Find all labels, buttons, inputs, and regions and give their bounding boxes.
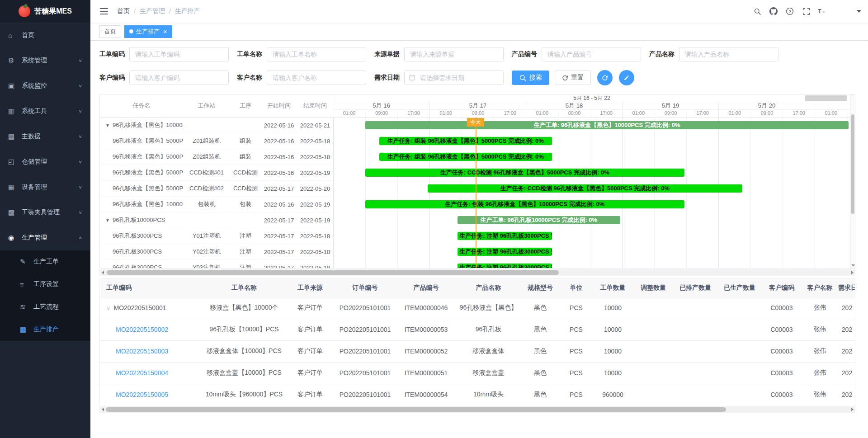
gantt-task-row[interactable]: ▼96孔孔板10000PCS2022-05-172022-05-19 bbox=[100, 212, 333, 228]
reset-button[interactable]: 重置 bbox=[555, 71, 591, 85]
font-size-icon[interactable]: TT bbox=[814, 0, 830, 23]
gantt-task-name: 96孔孔板3000PCS bbox=[113, 264, 162, 268]
table-row[interactable]: ∨MO202205150001移液盒【黑色】10000个客户订单PO202205… bbox=[100, 297, 855, 319]
breadcrumb-item[interactable]: 生产管理 bbox=[140, 7, 165, 15]
gantt-task-bar[interactable]: 生产任务: 注塑 96孔孔板3000PCS 完成比例: 0% bbox=[458, 264, 552, 268]
table-cell bbox=[673, 384, 717, 405]
table-cell: 96孔孔板 bbox=[457, 319, 520, 340]
gantt-task-row[interactable]: 96孔孔板3000PCSY01注塑机注塑2022-05-172022-05-18 bbox=[100, 228, 333, 244]
tab-home[interactable]: 首页 bbox=[99, 25, 121, 38]
sidebar-item-scheduling[interactable]: ▦生产排产 bbox=[0, 318, 90, 341]
sidebar-item-system-admin[interactable]: ⚙系统管理∨ bbox=[0, 48, 90, 73]
sidebar-item-system-monitor[interactable]: ▣系统监控∨ bbox=[0, 73, 90, 99]
gantt-task-row[interactable]: 96孔移液盒【黑色】5000PCSZ02组装机组装2022-05-162022-… bbox=[100, 149, 333, 165]
table-cell: 张伟 bbox=[802, 319, 838, 340]
gantt-task-bar[interactable]: 生产任务: CCD检测 96孔移液盒【黑色】5000PCS 完成比例: 0% bbox=[428, 184, 743, 193]
table-row[interactable]: MO202205150003移液盒盒体【10000】PCS客户订单PO20220… bbox=[100, 340, 855, 362]
order-code-link[interactable]: MO202205150001 bbox=[114, 304, 166, 311]
fullscreen-icon[interactable] bbox=[798, 0, 814, 23]
sidebar-item-warehouse[interactable]: ◰仓储管理∨ bbox=[0, 149, 90, 174]
table-row[interactable]: MO20220515000296孔孔板【10000】PCS客户订单PO20220… bbox=[100, 319, 855, 340]
hamburger-icon[interactable] bbox=[97, 5, 111, 17]
gantt-order-bar[interactable]: 生产工单: 96孔移液盒【黑色】10000PCS 完成比例: 0% bbox=[365, 121, 849, 129]
gantt-task-bar[interactable]: 生产任务: 注塑 96孔孔板3000PCS 完成比例: 0% bbox=[458, 232, 552, 240]
demand-date-input[interactable] bbox=[404, 71, 504, 85]
refresh-circle-button[interactable] bbox=[597, 70, 613, 85]
sidebar-item-production[interactable]: ◉生产管理∧ bbox=[0, 225, 90, 250]
table-cell: PO202205101001 bbox=[335, 384, 396, 405]
gantt-task-row[interactable]: ▼96孔移液盒【黑色】10000PCS2022-05-162022-05-21 bbox=[100, 118, 333, 133]
filter-input[interactable] bbox=[129, 71, 229, 85]
table-cell: 202 bbox=[838, 297, 855, 319]
gantt-task-bar[interactable]: 生产任务: CCD检测 96孔移液盒【黑色】5000PCS 完成比例: 0% bbox=[365, 169, 684, 177]
filter-input[interactable] bbox=[267, 71, 366, 85]
app-logo[interactable]: 苦糖果MES bbox=[0, 0, 90, 23]
gantt-cell: 2022-05-21 bbox=[297, 122, 333, 129]
sidebar-item-fixtures[interactable]: ▩工装夹具管理∨ bbox=[0, 200, 90, 225]
order-code-link[interactable]: MO202205150004 bbox=[116, 369, 168, 377]
gantt-task-row[interactable]: 96孔移液盒【黑色】5000PCSCCD检测#01CCD检测2022-05-16… bbox=[100, 165, 333, 181]
navbar-icons: ?TT bbox=[749, 0, 830, 23]
gantt-cell: 包装 bbox=[230, 200, 261, 208]
table-cell: 10000 bbox=[592, 297, 633, 319]
gantt-task-bar[interactable]: 生产任务: 包装 96孔移液盒【黑色】10000PCS 完成比例: 0% bbox=[365, 200, 684, 208]
orders-table-header-row: 工单编码工单名称工单来源订单编号产品编号产品名称规格型号单位工单数量调整数量已排… bbox=[100, 279, 855, 297]
filter-input[interactable] bbox=[679, 47, 778, 61]
caret-expand-icon[interactable]: ▼ bbox=[105, 218, 110, 223]
scroll-left-arrow-icon[interactable] bbox=[99, 269, 106, 276]
sidebar-item-process-flow[interactable]: ≋工艺流程 bbox=[0, 296, 90, 318]
scroll-left-arrow-icon[interactable] bbox=[99, 406, 106, 413]
sidebar-item-label: 首页 bbox=[22, 31, 82, 39]
gantt-task-bar[interactable]: 生产任务: 组装 96孔移液盒【黑色】5000PCS 完成比例: 0% bbox=[379, 153, 552, 161]
table-row[interactable]: MO202205150004移液盒盒盖【10000】PCS客户订单PO20220… bbox=[100, 362, 855, 384]
vertical-scrollbar-thumb[interactable] bbox=[851, 114, 854, 214]
horizontal-scrollbar-thumb[interactable] bbox=[107, 270, 559, 275]
sidebar-item-system-tools[interactable]: ▥系统工具∨ bbox=[0, 99, 90, 124]
edit-circle-button[interactable] bbox=[619, 70, 634, 85]
help-icon[interactable]: ? bbox=[782, 0, 798, 23]
sidebar-item-work-order[interactable]: ✎生产工单 bbox=[0, 250, 90, 273]
order-code-link[interactable]: MO202205150005 bbox=[116, 391, 168, 398]
gantt-order-bar[interactable]: 生产工单: 96孔孔板10000PCS 完成比例: 0% bbox=[458, 216, 620, 224]
gantt-task-row[interactable]: 96孔孔板3000PCSY02注塑机注塑2022-05-172022-05-18 bbox=[100, 244, 333, 260]
gantt-task-row[interactable]: 96孔移液盒【黑色】10000PCS包装机包装2022-05-162022-05… bbox=[100, 197, 333, 212]
filter-input[interactable] bbox=[404, 47, 504, 61]
github-icon[interactable] bbox=[765, 0, 782, 23]
caret-expand-icon[interactable]: ▼ bbox=[105, 123, 110, 128]
filter-input[interactable] bbox=[129, 47, 229, 61]
gantt-horizontal-scrollbar[interactable] bbox=[99, 269, 855, 276]
user-avatar[interactable] bbox=[835, 2, 861, 20]
timeline-slider-handle[interactable] bbox=[805, 95, 847, 101]
home-icon: ⌂ bbox=[8, 32, 17, 39]
scroll-right-arrow-icon[interactable] bbox=[849, 269, 855, 276]
table-horizontal-scrollbar[interactable] bbox=[99, 406, 855, 413]
close-icon[interactable]: × bbox=[163, 28, 167, 35]
order-code-link[interactable]: MO202205150002 bbox=[116, 326, 168, 333]
sidebar-item-home[interactable]: ⌂首页 bbox=[0, 23, 90, 48]
table-cell: 960000 bbox=[592, 384, 633, 405]
filter-input[interactable] bbox=[267, 47, 366, 61]
scroll-down-arrow-icon[interactable] bbox=[851, 264, 855, 267]
gantt-task-row[interactable]: 96孔移液盒【黑色】5000PCSZ01组装机组装2022-05-162022-… bbox=[100, 133, 333, 149]
search-button[interactable]: 搜索 bbox=[512, 71, 549, 85]
sidebar-item-equipment[interactable]: ▦设备管理∨ bbox=[0, 174, 90, 200]
gantt-task-row[interactable]: 96孔孔板3000PCSY03注塑机注塑2022-05-172022-05-18 bbox=[100, 260, 333, 268]
gantt-task-bar[interactable]: 生产任务: 组装 96孔移液盒【黑色】5000PCS 完成比例: 0% bbox=[379, 137, 552, 145]
tab-scheduling[interactable]: 生产排产× bbox=[124, 25, 172, 38]
scroll-right-arrow-icon[interactable] bbox=[849, 406, 855, 413]
sidebar-item-master-data[interactable]: ▤主数据∨ bbox=[0, 124, 90, 149]
gantt-task-row[interactable]: 96孔移液盒【黑色】5000PCSCCD检测#02CCD检测2022-05-17… bbox=[100, 181, 333, 197]
breadcrumb-item[interactable]: 首页 bbox=[117, 7, 130, 15]
row-expand-chevron-icon[interactable]: ∨ bbox=[106, 305, 111, 311]
table-row[interactable]: MO20220515000510mm吸头【960000】PCS客户订单PO202… bbox=[100, 384, 855, 405]
gantt-task-bar[interactable]: 生产任务: 注塑 96孔孔板3000PCS 完成比例: 0% bbox=[458, 248, 552, 256]
horizontal-scrollbar-thumb[interactable] bbox=[106, 407, 726, 412]
gantt-vertical-scrollbar[interactable] bbox=[850, 94, 855, 268]
timeline-hour-label: 09:00 bbox=[751, 110, 783, 117]
breadcrumb-item[interactable]: 生产排产 bbox=[175, 7, 200, 15]
breadcrumb-separator: / bbox=[169, 8, 171, 15]
search-icon[interactable] bbox=[749, 0, 765, 23]
sidebar-item-process-settings[interactable]: ≡工序设置 bbox=[0, 273, 90, 296]
order-code-link[interactable]: MO202205150003 bbox=[116, 348, 168, 355]
filter-input[interactable] bbox=[542, 47, 641, 61]
